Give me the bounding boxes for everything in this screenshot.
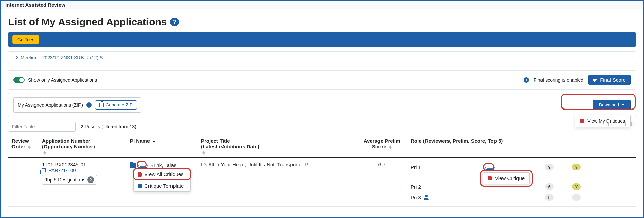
view-all-critiques-item[interactable]: View All Critiques [134, 169, 190, 180]
col-review-order[interactable]: Review Order [8, 135, 39, 158]
top5-count: 2 [87, 176, 94, 183]
sort-icon [43, 151, 46, 155]
sort-icon [153, 140, 155, 142]
sort-icon [28, 145, 31, 149]
top5-pill: Y [572, 183, 581, 190]
meeting-panel[interactable]: Meeting: 2023/10 ZNS1 SRB-R (12) S [8, 51, 636, 64]
chevron-right-icon [14, 56, 18, 59]
role-actions-menu-button[interactable] [485, 167, 495, 170]
role-text: Pri 3 [411, 195, 421, 200]
download-icon [99, 103, 104, 107]
sort-icon [202, 151, 205, 155]
role-actions-menu[interactable]: View Critique [483, 172, 530, 184]
cell-pi-name: Brink, Talas View All Critiques Critique… [127, 158, 198, 207]
menu-label: Critique Template [144, 183, 184, 189]
toggle-label: Show only Assigned Applications [28, 77, 97, 83]
cell-role: Pri 1 View Critique [407, 158, 636, 207]
caret-down-icon [622, 104, 624, 106]
top5-label: Top 5 Designations [45, 177, 85, 183]
pdf-icon [488, 176, 492, 180]
results-count: 2 Results (filtered from 13) [80, 124, 136, 129]
pi-name: Brink, Talas [150, 162, 176, 168]
col-label: Role (Reviewers, Prelim. Score, Top 5) [411, 138, 503, 144]
paper-plane-icon [593, 77, 598, 82]
zip-box: My Assigned Applications (ZIP) i Generat… [13, 97, 141, 113]
top5-pill: - [572, 194, 581, 201]
word-icon [138, 184, 142, 188]
final-score-button[interactable]: Final Score [588, 75, 631, 85]
pi-actions-menu: View All Critiques Critique Template [133, 168, 191, 192]
pdf-icon [138, 172, 142, 177]
meeting-value: 2023/10 ZNS1 SRB-R (12) S [42, 55, 103, 60]
download-label: Download [599, 102, 619, 107]
help-icon[interactable]: ? [170, 18, 179, 26]
role-row: Pri 3 5 - [411, 192, 632, 203]
goto-button[interactable]: Go To [12, 35, 39, 44]
goto-label: Go To [17, 37, 30, 42]
col-application-number[interactable]: Application Number (Opportunity Number) [39, 135, 127, 158]
col-sublabel: (Latest eAdditions Date) [201, 144, 353, 149]
role-label: Pri 2 [411, 184, 478, 190]
info-icon[interactable]: i [524, 77, 529, 83]
table-row: 1 I01 RX012345-01 PAR-21-100 Top 5 Desig… [8, 158, 636, 207]
col-label: Average Prelim Score [364, 138, 400, 149]
sort-icon [389, 145, 392, 149]
download-button[interactable]: Download [593, 100, 631, 110]
filter-input[interactable] [8, 122, 76, 132]
applications-table: Review Order Application Number (Opportu… [8, 135, 636, 207]
caret-down-icon [31, 39, 34, 41]
prelim-score-pill: 5 [545, 194, 554, 201]
role-label: Pri 1 [411, 164, 478, 170]
col-avg-prelim-score[interactable]: Average Prelim Score [356, 135, 407, 158]
meeting-label: Meeting: [21, 55, 39, 60]
assigned-toggle[interactable] [13, 77, 25, 83]
critique-template-item[interactable]: Critique Template [134, 180, 190, 191]
window-title: Internet Assisted Review [1, 1, 643, 9]
controls-row: Show only Assigned Applications i Final … [8, 70, 636, 90]
col-role: Role (Reviewers, Prelim. Score, Top 5) [407, 135, 636, 158]
opportunity-number: PAR-21-100 [48, 167, 76, 173]
zip-label: My Assigned Applications (ZIP) [18, 102, 83, 108]
menu-label: View All Critiques [144, 171, 184, 177]
col-sublabel: (Opportunity Number) [42, 144, 123, 149]
page-heading: List of My Assigned Applications [8, 16, 167, 28]
prelim-score-pill: 6 [545, 183, 554, 190]
cell-avg-score: 6.7 [356, 158, 407, 207]
final-score-label: Final Score [600, 77, 626, 83]
cell-application: 1 I01 RX012345-01 PAR-21-100 Top 5 Desig… [39, 158, 127, 207]
final-scoring-status: Final scoring is enabled [534, 77, 583, 83]
generate-zip-button[interactable]: Generate ZIP [95, 100, 137, 110]
action-bar: Go To [8, 32, 636, 47]
cell-project-title: It's All in Your Head, Until It's Not: T… [198, 158, 356, 207]
filter-row: 2 Results (filtered from 13) ‹ › [8, 122, 636, 132]
folder-icon[interactable] [130, 163, 136, 168]
zip-row: My Assigned Applications (ZIP) i Generat… [8, 93, 636, 117]
col-label: PI Name [130, 138, 150, 144]
generate-zip-label: Generate ZIP [106, 102, 133, 107]
prelim-score-pill: 9 [545, 164, 554, 170]
pagination-partial[interactable]: ‹ › [604, 122, 636, 126]
role-row: Pri 1 View Critique [411, 162, 632, 172]
col-pi-name[interactable]: PI Name [127, 135, 198, 158]
col-label: Project Title [201, 138, 230, 144]
col-label: Review Order [12, 138, 29, 149]
info-icon[interactable]: i [86, 102, 92, 108]
col-label: Application Number [42, 138, 90, 144]
col-project-title[interactable]: Project Title (Latest eAdditions Date) [198, 135, 356, 158]
top5-pill: Y [572, 164, 581, 170]
menu-label: View Critique [495, 175, 525, 181]
external-link-icon [42, 168, 46, 172]
pi-actions-menu-button[interactable] [138, 165, 148, 168]
application-number: 1 I01 RX012345-01 [42, 162, 123, 167]
opportunity-link[interactable]: PAR-21-100 [42, 167, 76, 173]
user-icon [424, 195, 429, 199]
role-label: Pri 3 [411, 195, 478, 200]
top5-designations-badge[interactable]: Top 5 Designations 2 [42, 175, 97, 185]
cell-review-order [8, 158, 39, 207]
